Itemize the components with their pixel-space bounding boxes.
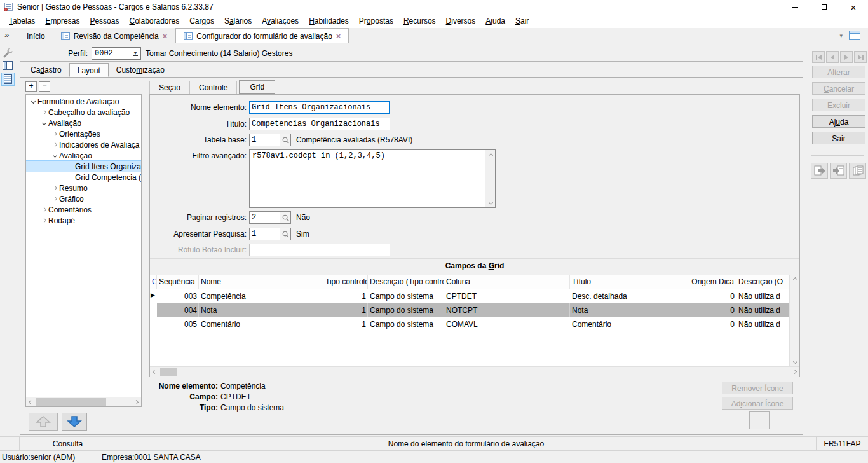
expand-chevron-icon[interactable] xyxy=(39,208,48,211)
tree-item-avaliacao[interactable]: Avaliação xyxy=(26,150,141,161)
titulo-input[interactable] xyxy=(249,118,390,130)
next-record-button[interactable] xyxy=(840,51,853,63)
nome-elemento-input[interactable] xyxy=(249,101,390,114)
search-icon[interactable] xyxy=(280,134,290,146)
column-header-origem-dica[interactable]: Origem Dica xyxy=(688,275,736,289)
remover-icone-button[interactable]: Remover Ícone xyxy=(722,382,793,394)
menu-item-habilidades[interactable]: Habilidades xyxy=(304,15,354,27)
menu-item-cargos[interactable]: Cargos xyxy=(184,15,219,27)
column-header-coluna[interactable]: Coluna xyxy=(444,275,570,289)
grid-row-004[interactable]: 004Nota1Campo do sistemaNOTCPTNota0Não u… xyxy=(150,303,799,317)
expand-chevron-icon[interactable] xyxy=(50,143,59,146)
profile-combobox[interactable]: 0002 ▼ xyxy=(92,47,141,60)
minimize-button[interactable] xyxy=(780,0,810,14)
tree-item-formulario-de-avaliacao[interactable]: Formulário de Avaliação xyxy=(26,96,141,107)
close-tab-icon[interactable]: × xyxy=(163,32,168,40)
combo-dropdown-icon[interactable]: ▼ xyxy=(130,48,140,59)
panel-view-icon[interactable] xyxy=(3,61,13,70)
expand-chevron-icon[interactable] xyxy=(39,111,48,114)
scroll-up-icon[interactable] xyxy=(485,150,496,160)
document-tab-inicio[interactable]: Início xyxy=(19,29,53,43)
alterar-button[interactable]: Alterar xyxy=(812,66,865,78)
tree-item-resumo[interactable]: Resumo xyxy=(26,183,141,193)
apresentar-pesquisa-input[interactable] xyxy=(250,228,280,240)
scroll-right-icon[interactable] xyxy=(132,397,141,407)
scrollbar-thumb[interactable] xyxy=(160,368,177,376)
scroll-left-icon[interactable] xyxy=(150,367,159,377)
element-tab-controle[interactable]: Controle xyxy=(190,81,237,94)
tree-item-rodape[interactable]: Rodapé xyxy=(26,215,141,226)
close-button[interactable]: × xyxy=(839,0,868,14)
expand-chevron-icon[interactable] xyxy=(39,219,48,222)
cancelar-button[interactable]: Cancelar xyxy=(812,82,865,95)
form-designer-icon-selected[interactable] xyxy=(1,73,15,86)
sair-button[interactable]: Sair xyxy=(812,132,865,144)
menu-item-salarios[interactable]: Salários xyxy=(219,15,257,27)
textarea-vertical-scrollbar[interactable] xyxy=(485,150,495,207)
tools-wrench-icon[interactable] xyxy=(3,47,14,60)
tab-overflow-chevrons-icon[interactable]: » xyxy=(4,30,9,39)
filtro-avancado-textarea[interactable]: r578avi.codcpt in (1,2,3,4,5) xyxy=(249,149,496,208)
paginar-registros-input[interactable] xyxy=(250,212,280,223)
tree-item-grafico[interactable]: Gráfico xyxy=(26,193,141,204)
scroll-down-icon[interactable] xyxy=(790,357,800,366)
table-vertical-scrollbar[interactable] xyxy=(789,275,799,366)
view-tab-cadastro[interactable]: Cadastro xyxy=(23,63,69,77)
tree-item-comentarios[interactable]: Comentários xyxy=(26,204,141,215)
column-header-sequencia[interactable]: Sequência xyxy=(157,275,199,289)
scrollbar-thumb[interactable] xyxy=(36,398,106,406)
tree-item-avaliacao[interactable]: Avaliação xyxy=(26,118,141,128)
column-header-descricao-o[interactable]: Descrição (O xyxy=(736,275,789,289)
tabela-base-input[interactable] xyxy=(250,134,280,146)
column-header-tipo-controle[interactable]: Tipo controle xyxy=(323,275,368,289)
element-tab-secao[interactable]: Seção xyxy=(149,81,190,94)
menu-item-colaboradores[interactable]: Colaboradores xyxy=(124,15,184,27)
menu-item-tabelas[interactable]: Tabelas xyxy=(4,15,40,27)
column-header-nome[interactable]: Nome xyxy=(199,275,323,289)
rotulo-botao-incluir-input[interactable] xyxy=(249,244,390,256)
document-tab-revisao-da-competencia[interactable]: Revisão da Competência× xyxy=(53,29,176,43)
export-record-button[interactable] xyxy=(811,163,828,179)
tree-item-grid-itens-organiza[interactable]: Grid Itens Organiza xyxy=(26,161,141,172)
table-horizontal-scrollbar[interactable] xyxy=(150,366,799,376)
window-panel-icon[interactable] xyxy=(849,31,860,40)
element-tab-grid[interactable]: Grid xyxy=(239,80,275,94)
tab-list-dropdown-icon[interactable]: ▾ xyxy=(839,32,843,39)
excluir-button[interactable]: Excluir xyxy=(812,99,865,111)
first-record-button[interactable] xyxy=(812,51,825,63)
menu-item-avaliacoes[interactable]: Avaliações xyxy=(257,15,304,27)
close-tab-icon[interactable]: × xyxy=(336,32,341,40)
tree-item-grid-competencia[interactable]: Grid Competencia ( xyxy=(26,172,141,183)
move-element-down-button[interactable] xyxy=(62,413,87,431)
grid-row-005[interactable]: 005Comentário1Campo do sistemaCOMAVLCome… xyxy=(150,317,799,331)
search-icon[interactable] xyxy=(280,228,290,240)
expand-chevron-icon[interactable] xyxy=(50,197,59,200)
menu-item-sair[interactable]: Sair xyxy=(510,15,534,27)
restore-button[interactable] xyxy=(810,0,839,14)
column-header-descricao-tipo-control[interactable]: Descrição (Tipo control xyxy=(368,275,444,289)
grid-row-003[interactable]: ▶003Competência1Campo do sistemaCPTDETDe… xyxy=(150,289,799,303)
column-header-titulo[interactable]: Título xyxy=(570,275,688,289)
menu-item-pessoas[interactable]: Pessoas xyxy=(85,15,124,27)
menu-item-recursos[interactable]: Recursos xyxy=(398,15,441,27)
collapse-chevron-icon[interactable] xyxy=(29,100,37,103)
last-record-button[interactable] xyxy=(854,51,867,63)
tree-horizontal-scrollbar[interactable] xyxy=(26,397,141,406)
adicionar-icone-button[interactable]: Adicionar Ícone xyxy=(722,397,793,410)
tree-expand-all-button[interactable]: + xyxy=(25,81,37,92)
menu-item-diversos[interactable]: Diversos xyxy=(441,15,481,27)
scroll-right-icon[interactable] xyxy=(790,367,799,377)
view-tab-customizacao[interactable]: Customização xyxy=(109,63,172,77)
search-icon[interactable] xyxy=(280,212,290,223)
tree-collapse-all-button[interactable]: − xyxy=(39,81,50,92)
tree-item-cabecalho-da-avaliacao[interactable]: Cabeçalho da avaliação xyxy=(26,107,141,118)
expand-chevron-icon[interactable] xyxy=(50,132,59,135)
expand-chevron-icon[interactable] xyxy=(50,186,59,190)
collapse-chevron-icon[interactable] xyxy=(39,121,48,125)
menu-item-ajuda[interactable]: Ajuda xyxy=(480,15,510,27)
document-tab-configurador-do-formulario-de-avaliacao[interactable]: Configurador do formulário de avaliação× xyxy=(175,28,349,43)
import-record-button[interactable] xyxy=(830,163,847,179)
previous-record-button[interactable] xyxy=(826,51,839,63)
copy-records-button[interactable] xyxy=(849,163,866,179)
scroll-down-icon[interactable] xyxy=(485,197,496,207)
